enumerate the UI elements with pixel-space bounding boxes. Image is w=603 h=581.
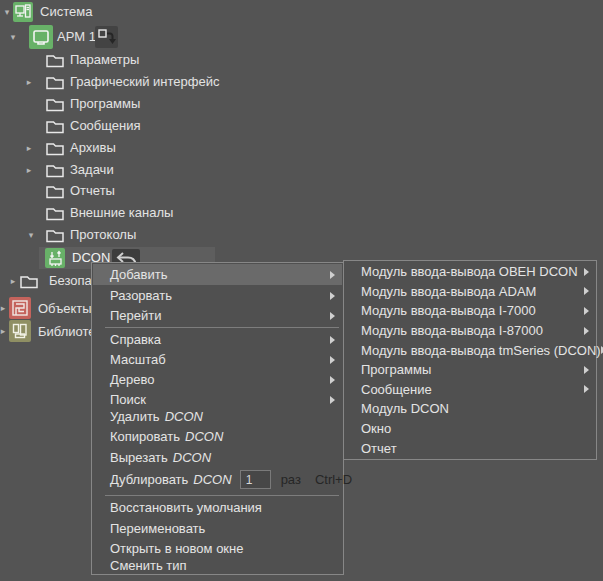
submenu-item-oven-dcon[interactable]: Модуль ввода-вывода ОВЕН DCON <box>344 262 596 282</box>
menu-item-tree[interactable]: Дерево <box>93 369 342 390</box>
tree-row-programs[interactable]: Программы <box>0 93 603 115</box>
add-submenu: Модуль ввода-вывода ОВЕН DCON Модуль вво… <box>343 260 597 460</box>
tree-row-parameters[interactable]: Параметры <box>0 49 603 71</box>
menu-separator <box>105 495 339 496</box>
menu-item-label: Модуль ввода-вывода I-87000 <box>361 323 543 338</box>
menu-item-label: Копировать <box>110 429 180 444</box>
submenu-item-programs[interactable]: Программы <box>344 360 596 380</box>
tree-row-messages[interactable]: Сообщения <box>0 115 603 137</box>
menu-item-label: Переименовать <box>110 521 205 536</box>
menu-item-label: Удалить <box>110 409 160 424</box>
menu-item-label: Масштаб <box>110 352 166 367</box>
menu-item-label: Добавить <box>110 267 167 282</box>
menu-item-label: Окно <box>361 421 391 436</box>
tree-row-arm1[interactable]: ▾ АРМ 1 <box>0 25 603 49</box>
submenu-arrow-icon <box>330 271 335 279</box>
submenu-item-report[interactable]: Отчет <box>344 438 596 458</box>
tree-item-label: Задачи <box>70 159 114 181</box>
tree-row-external-channels[interactable]: Внешние каналы <box>0 202 603 224</box>
tree-row-reports[interactable]: Отчеты <box>0 180 603 202</box>
expander-right-icon[interactable]: ▸ <box>22 71 36 93</box>
menu-item-restore-defaults[interactable]: Восстановить умолчания <box>93 497 342 518</box>
objects-icon <box>9 297 31 319</box>
submenu-arrow-icon <box>584 366 589 374</box>
menu-item-label: Дублировать <box>110 472 188 487</box>
menu-item-goto[interactable]: Перейти <box>93 305 342 326</box>
folder-icon <box>45 203 65 223</box>
expander-right-icon[interactable]: ▸ <box>6 270 20 292</box>
submenu-arrow-icon <box>330 376 335 384</box>
submenu-item-message[interactable]: Сообщение <box>344 380 596 400</box>
expander-down-icon[interactable]: ▾ <box>24 224 38 246</box>
duplicate-count-suffix: раз <box>281 472 301 487</box>
menu-item-label: Поиск <box>110 392 146 407</box>
menu-item-label: Восстановить умолчания <box>110 500 262 515</box>
tree-item-label: Графический интерфейс <box>70 71 219 93</box>
submenu-arrow-icon <box>584 307 589 315</box>
tree-item-label: АРМ 1 <box>57 25 96 49</box>
submenu-arrow-icon <box>330 312 335 320</box>
tree-row-system[interactable]: ▾ Система <box>0 1 603 23</box>
menu-item-label: Модуль ввода-вывода tmSeries (DCON) <box>361 343 601 358</box>
tree-item-label: Внешние каналы <box>70 202 173 224</box>
menu-item-delete[interactable]: Удалить DCON <box>93 406 342 427</box>
tree-row-tasks[interactable]: ▸ Задачи <box>0 159 603 181</box>
dcon-module-icon <box>45 248 65 268</box>
submenu-item-window[interactable]: Окно <box>344 419 596 439</box>
menu-item-label: Модуль ввода-вывода ADAM <box>361 284 536 299</box>
menu-item-object-name: DCON <box>185 429 223 444</box>
menu-item-label: Модуль ввода-вывода ОВЕН DCON <box>361 264 578 279</box>
expander-right-icon[interactable]: ▸ <box>22 159 36 181</box>
submenu-arrow-icon <box>584 268 589 276</box>
submenu-item-tmseries[interactable]: Модуль ввода-вывода tmSeries (DCON) <box>344 340 596 360</box>
tree-item-label: Отчеты <box>70 180 115 202</box>
menu-item-label: Программы <box>361 362 431 377</box>
expander-down-icon[interactable]: ▾ <box>6 25 20 49</box>
expander-down-icon[interactable]: ▾ <box>0 1 14 23</box>
menu-item-change-type[interactable]: Сменить тип <box>93 556 342 574</box>
folder-icon <box>19 271 39 291</box>
submenu-arrow-icon <box>584 327 589 335</box>
menu-item-shortcut: Ctrl+D <box>315 472 352 487</box>
menu-item-object-name: DCON <box>173 450 211 465</box>
folder-icon <box>45 225 65 245</box>
system-icon <box>13 2 33 22</box>
menu-item-label: Отчет <box>361 441 397 456</box>
menu-item-label: Открыть в новом окне <box>110 541 243 556</box>
menu-item-label: Вырезать <box>110 450 168 465</box>
tree-row-archives[interactable]: ▸ Архивы <box>0 137 603 159</box>
duplicate-count-input[interactable] <box>240 470 271 489</box>
menu-item-scale[interactable]: Масштаб <box>93 349 342 370</box>
library-icon <box>9 320 31 342</box>
folder-icon <box>45 138 65 158</box>
submenu-item-i87000[interactable]: Модуль ввода-вывода I-87000 <box>344 321 596 341</box>
menu-item-help[interactable]: Справка <box>93 329 342 350</box>
tree-item-label: Протоколы <box>70 224 136 246</box>
menu-item-object-name: DCON <box>165 409 203 424</box>
menu-item-object-name: DCON <box>193 472 231 487</box>
menu-item-break[interactable]: Разорвать <box>93 285 342 306</box>
submenu-item-i7000[interactable]: Модуль ввода-вывода I-7000 <box>344 301 596 321</box>
menu-item-add[interactable]: Добавить <box>93 264 342 285</box>
submenu-arrow-icon <box>330 396 335 404</box>
menu-item-copy[interactable]: Копировать DCON <box>93 426 342 447</box>
submenu-item-adam[interactable]: Модуль ввода-вывода ADAM <box>344 282 596 302</box>
menu-item-duplicate[interactable]: Дублировать DCON раз Ctrl+D <box>93 467 342 492</box>
tree-item-label: Система <box>40 1 92 23</box>
menu-item-rename[interactable]: Переименовать <box>93 518 342 539</box>
jump-to-icon[interactable] <box>95 26 118 48</box>
folder-icon <box>45 94 65 114</box>
menu-item-label: Сменить тип <box>110 558 187 573</box>
expander-right-icon[interactable]: ▸ <box>22 137 36 159</box>
workstation-icon <box>29 25 53 49</box>
folder-icon <box>45 72 65 92</box>
context-menu: Добавить Разорвать Перейти Справка Масшт… <box>91 262 344 575</box>
menu-item-cut[interactable]: Вырезать DCON <box>93 447 342 468</box>
tree-row-protocols[interactable]: ▾ Протоколы <box>0 224 603 246</box>
submenu-item-module-dcon[interactable]: Модуль DCON <box>344 399 596 419</box>
tree-item-label: Параметры <box>70 49 139 71</box>
tree-item-label: Программы <box>70 93 140 115</box>
folder-icon <box>45 181 65 201</box>
tree-item-label: Сообщения <box>70 115 141 137</box>
tree-row-gui[interactable]: ▸ Графический интерфейс <box>0 71 603 93</box>
